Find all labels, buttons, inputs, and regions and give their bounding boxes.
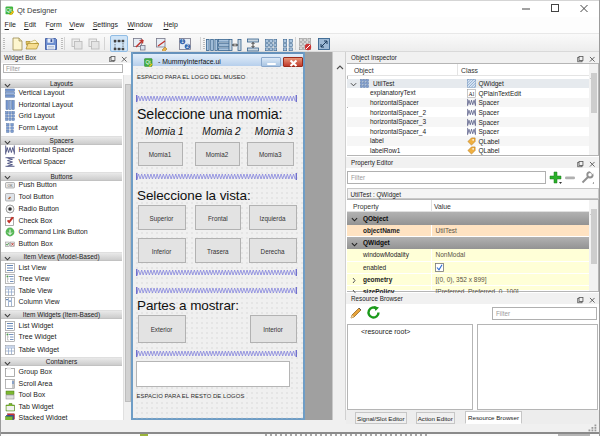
svg-text:OK: OK — [7, 184, 13, 188]
svg-text:Al: Al — [468, 91, 474, 97]
